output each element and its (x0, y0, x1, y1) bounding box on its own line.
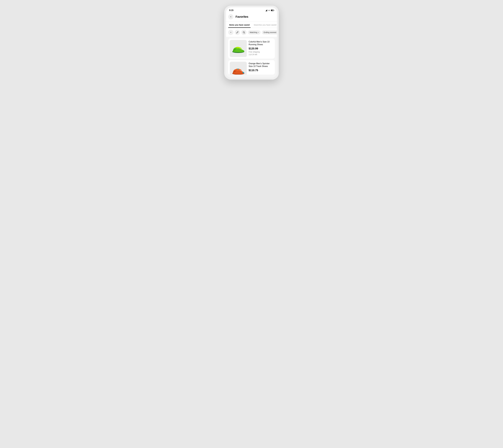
filter-bar: + Watching ▾ Ending soonest ▾ (226, 28, 277, 37)
tab-saved-searches[interactable]: Searches you have saved (253, 22, 277, 28)
signal-icon (265, 9, 267, 11)
item-details-2: Orange Men's Sprinter Size 10 Track Shoe… (249, 62, 273, 73)
item-image-2 (230, 62, 247, 75)
svg-marker-0 (265, 9, 267, 11)
item-title-1: Colorful Men's Size 10 Running Shoes (249, 40, 273, 46)
search-icon (243, 31, 245, 33)
svg-point-2 (243, 32, 245, 33)
edit-button[interactable] (235, 30, 240, 35)
list-item[interactable]: Colorful Men's Size 10 Running Shoes $12… (228, 38, 275, 59)
status-icons (265, 9, 274, 11)
search-button[interactable] (241, 30, 247, 35)
shoe-image-2 (231, 64, 246, 75)
shoe-image-1 (231, 43, 246, 54)
svg-line-3 (244, 33, 245, 33)
pencil-icon (236, 31, 238, 33)
watching-filter-button[interactable]: Watching ▾ (248, 30, 261, 34)
item-shipping-1: Free shipping (249, 51, 273, 53)
svg-point-1 (269, 11, 269, 11)
page-title: Favorites (236, 15, 248, 18)
add-button[interactable]: + (228, 30, 234, 35)
chevron-down-icon: ▾ (258, 32, 259, 33)
item-price-2: $110.75 (249, 69, 273, 72)
sorting-filter-button[interactable]: Ending soonest ▾ (262, 30, 277, 34)
plus-icon: + (230, 31, 231, 33)
header: < Favorites (226, 13, 277, 22)
list-item[interactable]: Orange Men's Sprinter Size 10 Track Shoe… (228, 60, 275, 75)
wifi-icon (268, 10, 270, 11)
status-bar: 9:15 (226, 7, 277, 13)
tab-saved-items[interactable]: Items you have saved (228, 22, 251, 28)
phone-screen: 9:15 < (226, 7, 277, 78)
battery-icon (271, 10, 274, 11)
back-arrow-icon: < (230, 16, 232, 18)
sorting-label: Ending soonest (264, 31, 276, 33)
status-time: 9:15 (229, 9, 234, 12)
item-price-1: $120.99 (249, 47, 273, 50)
item-title-2: Orange Men's Sprinter Size 10 Track Shoe… (249, 62, 273, 68)
phone-frame: 9:15 < (224, 5, 279, 80)
back-button[interactable]: < (228, 14, 234, 19)
item-time-1: 11d 2h left (249, 53, 273, 56)
item-image-1 (230, 40, 247, 57)
items-list: Colorful Men's Size 10 Running Shoes $12… (226, 37, 277, 78)
tabs-container: Items you have saved Searches you have s… (226, 22, 277, 28)
watching-label: Watching (250, 31, 257, 33)
item-details-1: Colorful Men's Size 10 Running Shoes $12… (249, 40, 273, 57)
